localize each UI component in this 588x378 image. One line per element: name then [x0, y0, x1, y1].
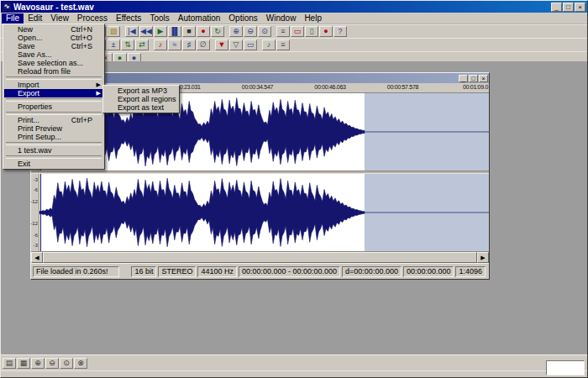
menu-item-label: Properties: [18, 102, 52, 111]
scrollbar-thumb[interactable]: [43, 252, 477, 263]
menu-separator: [6, 98, 102, 102]
zoom-in-icon[interactable]: ⊕: [31, 358, 45, 369]
menubar-item-file[interactable]: File: [2, 13, 24, 24]
doc-close-button[interactable]: ×: [479, 75, 488, 82]
marker-add-icon[interactable]: ▼: [215, 39, 228, 50]
monitor-icon[interactable]: ▯: [305, 26, 318, 37]
export-menu-item-export-all-regions[interactable]: Export all regions: [104, 95, 178, 103]
menubar-item-edit[interactable]: Edit: [24, 13, 46, 24]
menubar-item-options[interactable]: Options: [224, 13, 261, 24]
file-menu-item-reload-from-file[interactable]: Reload from file: [4, 67, 103, 76]
file-menu-item-save[interactable]: SaveCtrl+S: [4, 42, 103, 50]
file-menu-item-properties[interactable]: Properties: [4, 102, 103, 111]
export-menu-item-export-as-text[interactable]: Export as text: [104, 103, 178, 112]
zoom-out-icon[interactable]: ⊖: [45, 358, 59, 369]
status-field: 1:4096: [455, 266, 486, 277]
file-menu-item-export[interactable]: Export▶: [4, 89, 103, 97]
menu-separator: [6, 142, 102, 145]
db-label: -6: [34, 187, 38, 192]
file-menu-item-print-preview[interactable]: Print Preview: [4, 124, 103, 133]
file-menu-item-save-as[interactable]: Save As...: [4, 50, 103, 59]
menu-item-label: Print Setup...: [18, 133, 61, 141]
print-doc-icon[interactable]: ▤: [3, 358, 16, 369]
menu-separator: [6, 112, 102, 115]
file-menu-item-save-selection-as[interactable]: Save selection as...: [4, 59, 103, 67]
menu-item-label: Open...: [18, 34, 43, 42]
invert-icon[interactable]: ⇅: [121, 39, 134, 50]
export-menu-item-export-as-mp3[interactable]: Export as MP3: [104, 87, 178, 95]
menu-item-label: New: [18, 25, 33, 34]
record-icon[interactable]: ●: [197, 26, 210, 37]
bottom-strip: [1, 370, 587, 377]
file-menu-item-exit[interactable]: Exit: [4, 160, 103, 168]
file-menu-item-import[interactable]: Import▶: [4, 81, 103, 89]
zoom-out-icon[interactable]: ⊖: [244, 26, 257, 37]
db-label: -3: [34, 243, 38, 248]
file-menu-item-1-test-wav[interactable]: 1 test.wav: [4, 146, 103, 155]
record-arm-icon[interactable]: ●: [319, 26, 333, 37]
help-icon[interactable]: ?: [333, 26, 347, 37]
menubar-item-tools[interactable]: Tools: [145, 13, 173, 24]
titlebar: ∿ Wavosaur - test.wav _□×: [1, 1, 587, 13]
midi-icon[interactable]: ♪: [262, 39, 276, 50]
zoom-in-icon[interactable]: ⊕: [229, 26, 243, 37]
file-menu-item-open[interactable]: Open...Ctrl+O: [4, 34, 103, 42]
loop-icon[interactable]: ↻: [211, 26, 224, 37]
menubar-item-view[interactable]: View: [46, 13, 73, 24]
paste-icon[interactable]: ▧: [107, 26, 120, 37]
insert-silence-icon[interactable]: ∅: [197, 39, 210, 50]
menubar-item-automation[interactable]: Automation: [174, 13, 225, 24]
menubar-item-effects[interactable]: Effects: [112, 13, 145, 24]
close-button[interactable]: ×: [575, 3, 585, 12]
menu-separator: [6, 76, 102, 80]
menu-bar: FileEditViewProcessEffectsToolsAutomatio…: [1, 13, 587, 24]
zoom-selection-icon[interactable]: ⊙: [258, 26, 271, 37]
horizontal-scrollbar: ◀ ▶: [31, 251, 489, 263]
pitch-shift-icon[interactable]: ♯: [182, 39, 196, 50]
resample-icon[interactable]: ≈: [168, 39, 181, 50]
doc-restore-button[interactable]: □: [469, 75, 478, 82]
menubar-item-process[interactable]: Process: [73, 13, 112, 24]
play-icon[interactable]: ▶: [154, 26, 167, 37]
settings-icon[interactable]: ≡: [276, 39, 290, 50]
menu-item-label: Export: [18, 89, 39, 97]
gain-icon[interactable]: ±: [107, 39, 120, 50]
pause-icon[interactable]: ▐▌: [168, 26, 181, 37]
menu-item-label: 1 test.wav: [18, 146, 52, 155]
menu-item-label: Save: [18, 42, 35, 50]
ruler-time-label: 00:00:46.063: [314, 84, 345, 90]
goto-start-icon[interactable]: |◀: [125, 26, 139, 37]
file-menu-item-print[interactable]: Print...Ctrl+P: [4, 116, 103, 124]
waveform-right-channel[interactable]: [39, 174, 489, 251]
status-field: 00:00:00.000 - 00:00:00.000: [239, 266, 340, 277]
zoom-vertical-icon[interactable]: ⊗: [74, 358, 87, 369]
region-icon[interactable]: ▭: [244, 39, 257, 50]
menu-item-shortcut: Ctrl+O: [71, 34, 92, 42]
status-bar: File loaded in 0.260s! 16 bitSTEREO44100…: [31, 263, 489, 279]
app-window: ∿ Wavosaur - test.wav _□× FileEditViewPr…: [0, 0, 588, 378]
rewind-icon[interactable]: ◀◀: [139, 26, 153, 37]
stop-icon[interactable]: ■: [182, 26, 196, 37]
scroll-right-icon[interactable]: ▶: [477, 252, 489, 263]
corner-status-panel: [546, 360, 585, 375]
scroll-left-icon[interactable]: ◀: [31, 252, 43, 263]
zoom-full-icon[interactable]: ⊙: [60, 358, 73, 369]
minimize-button[interactable]: _: [551, 3, 562, 12]
submenu-arrow-icon: ▶: [97, 81, 101, 89]
mix-icon[interactable]: ≡: [276, 26, 290, 37]
vocal-remover-icon[interactable]: ♪: [154, 39, 167, 50]
status-message: File loaded in 0.260s!: [33, 266, 119, 277]
marker-delete-icon[interactable]: ▽: [229, 39, 243, 50]
reverse-icon[interactable]: ⇄: [135, 39, 149, 50]
file-menu-item-print-setup[interactable]: Print Setup...: [4, 133, 103, 141]
export-submenu-popup: Export as MP3Export all regionsExport as…: [102, 85, 180, 113]
file-menu-item-new[interactable]: NewCtrl+N: [4, 25, 103, 34]
menubar-item-window[interactable]: Window: [262, 13, 301, 24]
menubar-item-help[interactable]: Help: [300, 13, 326, 24]
audio-doc-icon[interactable]: ▦: [17, 358, 30, 369]
mute-icon[interactable]: ▭: [291, 26, 304, 37]
status-field: 00:00:00.000: [403, 266, 454, 277]
menu-item-label: Import: [18, 81, 39, 89]
doc-minimize-button[interactable]: _: [459, 75, 468, 82]
maximize-button[interactable]: □: [563, 3, 574, 12]
